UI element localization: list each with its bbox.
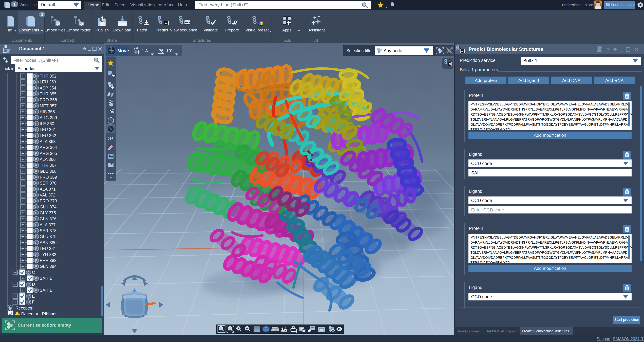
svg-text:R: R: [35, 92, 38, 96]
svg-text:SER 378: SER 378: [40, 228, 56, 233]
svg-text:LEU 362: LEU 362: [40, 133, 56, 138]
svg-text:R: R: [35, 175, 38, 179]
svg-text:AI: AI: [462, 50, 464, 52]
svg-text:R: R: [35, 104, 38, 108]
svg-text:R: R: [35, 158, 38, 161]
svg-text:SAH 1: SAH 1: [40, 288, 52, 292]
svg-text:R: R: [35, 110, 38, 114]
svg-text:R: R: [35, 193, 38, 197]
svg-text:ARG 364: ARG 364: [40, 145, 57, 150]
svg-text:1 A: 1 A: [142, 48, 148, 53]
svg-text:PRO 369: PRO 369: [40, 175, 57, 179]
svg-text:GLU 379: GLU 379: [40, 234, 56, 239]
svg-text:GLN 376: GLN 376: [40, 216, 56, 221]
svg-text:R: R: [35, 116, 38, 119]
svg-text:AI: AI: [449, 63, 451, 66]
svg-text:PHE 383: PHE 383: [40, 258, 56, 263]
svg-text:R: R: [35, 98, 38, 102]
svg-text:C: C: [28, 294, 30, 298]
svg-text:R: R: [35, 134, 38, 137]
svg-text:GLY 375: GLY 375: [40, 210, 56, 215]
svg-text:LEU 361: LEU 361: [40, 127, 56, 132]
svg-text:E: E: [32, 294, 35, 298]
svg-text:R: R: [35, 140, 38, 143]
svg-text:R: R: [35, 217, 38, 221]
svg-text:R: R: [35, 181, 38, 185]
svg-text:R: R: [35, 80, 38, 84]
svg-text:R: R: [35, 223, 38, 227]
svg-text:R: R: [35, 253, 38, 256]
svg-text:Receptor: Receptor: [16, 306, 32, 310]
svg-text:Receptor - Ribbons: Receptor - Ribbons: [21, 311, 57, 315]
svg-text:R: R: [35, 86, 38, 90]
svg-text:R: R: [35, 247, 38, 250]
svg-text:TYR 382: TYR 382: [40, 252, 56, 257]
svg-text:HIS 358: HIS 358: [40, 109, 55, 114]
svg-text:GLU 374: GLU 374: [40, 205, 56, 209]
svg-text:LEU 353: LEU 353: [40, 80, 56, 84]
svg-text:R: R: [35, 229, 38, 232]
svg-text:R: R: [35, 235, 38, 238]
svg-text:VAL 372: VAL 372: [40, 193, 55, 197]
svg-text:ALA 371: ALA 371: [40, 187, 56, 191]
svg-text:D: D: [32, 282, 35, 286]
svg-text:10°: 10°: [166, 48, 173, 53]
svg-text:G: G: [35, 276, 38, 280]
svg-text:XYZ: XYZ: [109, 124, 112, 126]
svg-text:R: R: [35, 122, 38, 126]
svg-text:R: R: [35, 146, 38, 149]
svg-text:AI: AI: [165, 22, 168, 25]
svg-text:R: R: [35, 265, 38, 268]
svg-text:LEU 381: LEU 381: [40, 246, 56, 251]
svg-text:R: R: [35, 187, 38, 191]
svg-text:C: C: [28, 282, 30, 286]
svg-text:PRO 356: PRO 356: [40, 97, 57, 102]
svg-text:SER 370: SER 370: [40, 181, 56, 185]
svg-text:THR 367: THR 367: [40, 163, 56, 168]
svg-text:Selection filter: Selection filter: [346, 48, 373, 53]
svg-text:Move: Move: [117, 48, 129, 53]
svg-text:R: R: [35, 170, 38, 173]
svg-text:ILE 360: ILE 360: [40, 121, 54, 126]
svg-text:ASP 354: ASP 354: [40, 86, 56, 90]
svg-text:C: C: [32, 270, 35, 275]
svg-text:R: R: [35, 128, 38, 131]
svg-text:C: C: [28, 271, 30, 274]
svg-text:Any node: Any node: [384, 48, 402, 53]
svg-text:SAH 1: SAH 1: [40, 276, 52, 281]
svg-text:F: F: [32, 300, 34, 304]
svg-text:1Å: 1Å: [281, 326, 287, 332]
svg-text:GLN 384: GLN 384: [40, 264, 56, 269]
svg-text:PRO 373: PRO 373: [40, 198, 57, 203]
svg-text:ARG 359: ARG 359: [40, 115, 57, 120]
svg-text:MET 357: MET 357: [40, 104, 57, 108]
svg-text:XYZ: XYZ: [110, 47, 114, 49]
svg-text:THR 352: THR 352: [40, 74, 56, 78]
svg-text:G: G: [35, 288, 38, 292]
svg-text:Aa: Aa: [108, 154, 113, 158]
svg-text:C: C: [28, 300, 30, 304]
svg-text:R: R: [35, 205, 38, 209]
svg-text:R: R: [35, 74, 38, 78]
svg-text:SEQ: SEQ: [184, 21, 190, 24]
svg-text:R: R: [35, 259, 38, 262]
svg-text:ARG 365: ARG 365: [40, 151, 57, 156]
svg-text:R: R: [35, 199, 38, 203]
svg-text:ALA 363: ALA 363: [40, 139, 56, 144]
svg-text:ALA 366: ALA 366: [40, 157, 56, 162]
svg-text:R: R: [35, 164, 38, 167]
svg-text:GLU 368: GLU 368: [40, 169, 56, 174]
svg-text:R: R: [35, 152, 38, 155]
svg-text:ALA 377: ALA 377: [40, 222, 56, 227]
svg-text:ASN 380: ASN 380: [40, 240, 56, 245]
svg-text:THR 355: THR 355: [40, 92, 56, 96]
svg-text:R: R: [35, 211, 38, 215]
svg-text:?: ?: [606, 47, 610, 53]
svg-text:R: R: [35, 241, 38, 244]
